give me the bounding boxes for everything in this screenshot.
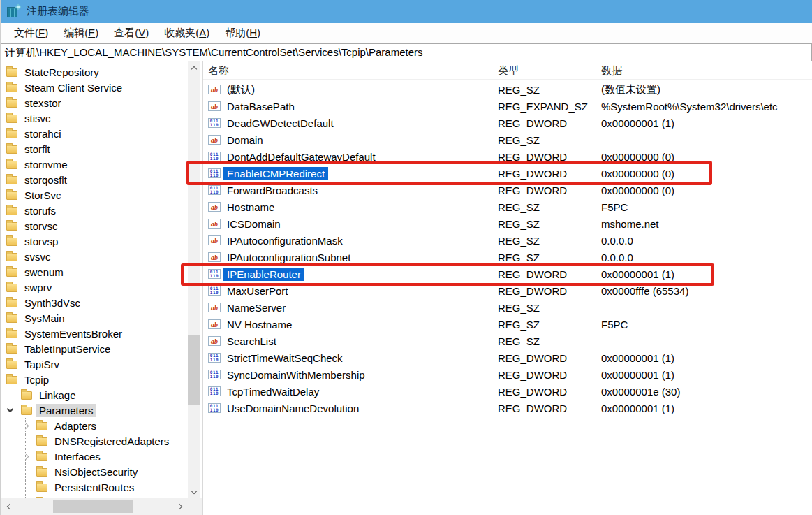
registry-value-row[interactable]: 011110MaxUserPortREG_DWORD0x0000fffe (65…	[203, 282, 812, 299]
folder-icon	[6, 361, 17, 369]
tree-item[interactable]: stisvc	[1, 110, 188, 126]
tree-item[interactable]: storvsc	[1, 218, 188, 233]
tree-item[interactable]: stornvme	[1, 157, 188, 172]
registry-value-row[interactable]: 011110StrictTimeWaitSeqCheckREG_DWORD0x0…	[203, 349, 812, 366]
value-name: IPEnableRouter	[223, 268, 304, 281]
menu-item-e[interactable]: 编辑(E)	[56, 24, 106, 43]
dword-value-icon: 011110	[208, 286, 221, 296]
tree-item-label: stisvc	[22, 112, 54, 125]
chevron-right-icon[interactable]	[22, 422, 29, 429]
tree-item[interactable]: StateRepository	[1, 64, 188, 80]
column-header-name[interactable]: 名称	[208, 64, 229, 78]
tree-item[interactable]: svsvc	[1, 249, 188, 264]
tree-item[interactable]: storvsp	[1, 233, 188, 249]
tree-item[interactable]: Synth3dVsc	[1, 295, 188, 310]
value-type: REG_SZ	[498, 302, 540, 314]
registry-value-row[interactable]: abIPAutoconfigurationMaskREG_SZ0.0.0.0	[203, 232, 812, 249]
dword-value-icon: 011110	[208, 168, 221, 178]
registry-value-row[interactable]: abSearchListREG_SZ	[203, 333, 812, 349]
value-name: IPAutoconfigurationMask	[223, 234, 346, 247]
value-name: DeadGWDetectDefault	[223, 117, 337, 130]
scroll-right-button[interactable]	[174, 498, 186, 515]
tree-item[interactable]: swprv	[1, 280, 188, 295]
registry-value-row[interactable]: 011110EnableICMPRedirectREG_DWORD0x00000…	[203, 165, 812, 182]
registry-value-row[interactable]: 011110ForwardBroadcastsREG_DWORD0x000000…	[203, 182, 812, 198]
tree-item[interactable]: NsiObjectSecurity	[1, 464, 188, 479]
folder-icon	[6, 145, 17, 154]
folder-icon	[36, 422, 47, 430]
folder-icon	[6, 207, 17, 215]
tree-item[interactable]: stexstor	[1, 95, 188, 110]
column-header-data[interactable]: 数据	[601, 64, 622, 78]
tree-item[interactable]: storahci	[1, 126, 188, 141]
chevron-right-icon[interactable]	[22, 453, 29, 460]
registry-value-row[interactable]: ab(默认)REG_SZ(数值未设置)	[203, 81, 812, 98]
registry-value-row[interactable]: abDataBasePathREG_EXPAND_SZ%SystemRoot%\…	[203, 98, 812, 115]
scroll-up-button[interactable]	[188, 61, 200, 74]
menu-item-a[interactable]: 收藏夹(A)	[156, 24, 217, 43]
registry-value-row[interactable]: abNameServerREG_SZ	[203, 299, 812, 316]
chevron-left-icon	[6, 504, 12, 509]
value-type: REG_SZ	[498, 252, 540, 263]
registry-value-row[interactable]: 011110UseDomainNameDevolutionREG_DWORD0x…	[203, 400, 812, 416]
column-header-type[interactable]: 类型	[498, 64, 519, 78]
tree-item[interactable]: swenum	[1, 264, 188, 280]
tree-expander-slot	[22, 423, 36, 428]
address-bar[interactable]: 计算机\HKEY_LOCAL_MACHINE\SYSTEM\CurrentCon…	[1, 43, 812, 61]
dword-value-icon: 011110	[208, 386, 221, 396]
folder-icon	[6, 284, 17, 292]
registry-value-row[interactable]: abICSDomainREG_SZmshome.net	[203, 215, 812, 232]
title-bar: 注册表编辑器	[1, 0, 812, 23]
tree-item[interactable]: TapiSrv	[1, 356, 188, 372]
tree-item[interactable]: PersistentRoutes	[1, 479, 188, 495]
registry-value-row[interactable]: 011110DeadGWDetectDefaultREG_DWORD0x0000…	[203, 115, 812, 131]
registry-value-row[interactable]: 011110IPEnableRouterREG_DWORD0x00000001 …	[203, 266, 812, 282]
tree-vertical-scrollbar[interactable]	[188, 61, 200, 498]
tree-item[interactable]: Interfaces	[1, 449, 188, 464]
folder-icon	[6, 314, 17, 323]
folder-icon	[6, 130, 17, 138]
tree-item[interactable]: Tcpip	[1, 372, 188, 387]
registry-value-row[interactable]: 011110DontAddDefaultGatewayDefaultREG_DW…	[203, 148, 812, 165]
registry-value-row[interactable]: 011110TcpTimedWaitDelayREG_DWORD0x000000…	[203, 383, 812, 400]
tree-item[interactable]: Adapters	[1, 418, 188, 433]
registry-value-row[interactable]: abHostnameREG_SZF5PC	[203, 198, 812, 215]
folder-icon	[36, 484, 47, 492]
registry-value-row[interactable]: abIPAutoconfigurationSubnetREG_SZ0.0.0.0	[203, 249, 812, 266]
tree-item[interactable]: StorSvc	[1, 187, 188, 203]
tree-item[interactable]: storqosflt	[1, 172, 188, 187]
horizontal-scroll-thumb[interactable]	[53, 500, 133, 513]
string-value-icon: ab	[208, 319, 221, 329]
registry-value-row[interactable]: abDomainREG_SZ	[203, 131, 812, 148]
tree-item[interactable]: SysMain	[1, 310, 188, 326]
tree-item[interactable]: storufs	[1, 203, 188, 218]
tree-item[interactable]: storflt	[1, 141, 188, 157]
registry-value-row[interactable]: abNV HostnameREG_SZF5PC	[203, 316, 812, 333]
vertical-scroll-thumb[interactable]	[188, 335, 200, 405]
column-separator[interactable]	[494, 64, 494, 78]
tree-item[interactable]: Parameters	[1, 402, 188, 418]
menu-item-v[interactable]: 查看(V)	[106, 24, 156, 43]
tree-horizontal-scrollbar[interactable]	[1, 498, 188, 515]
tree-item-label: swenum	[22, 266, 66, 279]
tree-item[interactable]: DNSRegisteredAdapters	[1, 433, 188, 449]
tree-item-label: storvsp	[22, 235, 61, 248]
menu-item-h[interactable]: 帮助(H)	[217, 24, 268, 43]
scrollbar-corner	[187, 498, 202, 515]
value-data: 0x0000001e (30)	[601, 386, 680, 398]
value-type: REG_DWORD	[498, 402, 567, 414]
tree-item[interactable]: Steam Client Service	[1, 80, 188, 95]
value-data: 0.0.0.0	[601, 252, 633, 263]
chevron-down-icon[interactable]	[7, 406, 14, 413]
scroll-left-button[interactable]	[2, 498, 15, 515]
menu-item-f[interactable]: 文件(F)	[6, 24, 56, 43]
tree-item[interactable]: SystemEventsBroker	[1, 326, 188, 341]
column-separator[interactable]	[598, 64, 598, 78]
tree-item-label: StateRepository	[22, 66, 102, 79]
value-rows: ab(默认)REG_SZ(数值未设置)abDataBasePathREG_EXP…	[203, 81, 812, 416]
scroll-down-button[interactable]	[188, 486, 200, 498]
tree-item[interactable]: TabletInputService	[1, 341, 188, 356]
tree-item[interactable]: Linkage	[1, 387, 188, 402]
string-value-icon: ab	[208, 101, 221, 111]
registry-value-row[interactable]: 011110SyncDomainWithMembershipREG_DWORD0…	[203, 366, 812, 383]
